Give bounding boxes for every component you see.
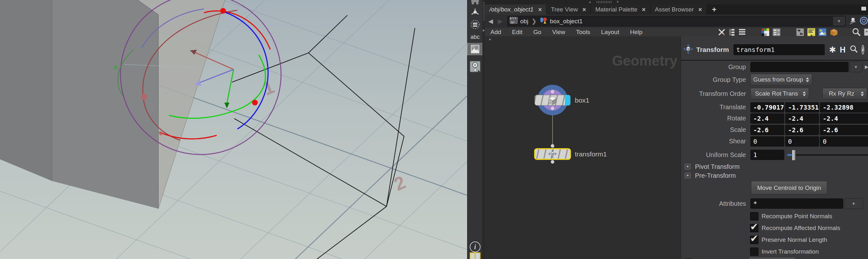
attributes-field[interactable]: * [750, 198, 843, 209]
param-search-icon[interactable] [849, 45, 858, 55]
tab-overflow-button[interactable] [861, 7, 866, 10]
gear-icon[interactable]: ✱ [829, 45, 836, 55]
uniform-scale-field[interactable]: 1 [750, 150, 784, 160]
snap-pin-icon[interactable] [467, 61, 483, 73]
menu-layout[interactable]: Layout [595, 29, 625, 36]
pivot-transform-row[interactable]: + Pivot Transform [681, 162, 868, 171]
expand-icon[interactable]: + [685, 173, 690, 179]
slider-handle[interactable] [792, 150, 796, 161]
dashed-circle-icon[interactable] [467, 20, 483, 29]
gallery-icon[interactable] [772, 28, 781, 36]
node-transform1[interactable]: transform1 [535, 144, 607, 164]
menu-help[interactable]: Help [625, 29, 648, 36]
menu-view[interactable]: View [547, 29, 571, 36]
path-node-name[interactable]: box_object1 [550, 18, 583, 25]
pane-splitter-strip[interactable]: ▲ ▼ [485, 0, 868, 4]
rotate-order-dropdown[interactable]: Rx Ry Rz [823, 88, 867, 99]
group-field[interactable] [750, 62, 848, 72]
shear-y-field[interactable]: 0 [785, 136, 819, 147]
network-scroll-arrow[interactable]: ▲ [488, 37, 492, 41]
info-icon[interactable]: i [862, 45, 865, 55]
search-icon[interactable] [852, 28, 861, 37]
expand-icon[interactable]: + [685, 164, 690, 169]
tree-hierarchy-icon[interactable] [728, 28, 736, 36]
partial-icon[interactable] [864, 28, 868, 36]
desktop-icon[interactable] [467, 253, 483, 259]
tools-icon[interactable] [718, 28, 725, 36]
pin-icon[interactable] [849, 17, 857, 26]
node-output-dot[interactable] [551, 160, 554, 164]
back-button[interactable]: ◄ [487, 18, 495, 25]
asset-box-icon[interactable] [830, 28, 838, 36]
network-boxes-icon[interactable] [796, 28, 804, 36]
scale-x-field[interactable]: -2.6 [750, 125, 784, 135]
scale-z-field[interactable]: -2.6 [820, 125, 868, 135]
close-icon[interactable]: × [538, 6, 542, 13]
menu-edit[interactable]: Edit [507, 29, 528, 36]
houdini-logo-icon[interactable]: H [840, 45, 846, 55]
render-view-icon[interactable] [467, 0, 483, 6]
rotate-y-field[interactable]: -2.4 [785, 114, 819, 124]
output-attributes-dropdown[interactable]: S [748, 257, 796, 259]
menu-go[interactable]: Go [528, 29, 547, 36]
pre-transform-row[interactable]: + Pre-Transform [681, 171, 868, 180]
path-context[interactable]: obj [520, 18, 528, 25]
path-dropdown-button[interactable]: ▼ [833, 17, 845, 26]
path-field[interactable]: obj ❯ box_object1 ▼ [507, 16, 846, 27]
manipulator-handle-top[interactable] [220, 8, 226, 14]
null-axis-icon[interactable] [467, 8, 483, 17]
transform-order-dropdown[interactable]: Scale Rot Trans [750, 88, 809, 99]
recompute-point-normals-checkbox[interactable]: ✔ [750, 212, 758, 221]
group-type-dropdown[interactable]: Guess from Group [750, 74, 812, 85]
rotate-z-field[interactable]: -2.4 [820, 114, 868, 124]
close-icon[interactable]: × [583, 6, 586, 13]
move-centroid-button[interactable]: Move Centroid to Origin [751, 182, 827, 194]
node-label[interactable]: box1 [575, 97, 589, 104]
close-icon[interactable]: × [642, 6, 646, 13]
pane-expand-arrow[interactable]: ▶ [483, 29, 485, 32]
node-input-dot[interactable] [551, 144, 554, 148]
add-image-icon[interactable] [818, 28, 827, 36]
attributes-dropdown-button[interactable]: ▼ [844, 198, 863, 209]
translate-x-field[interactable]: -0.790175 [750, 102, 784, 112]
pane-down-icon[interactable]: ▼ [616, 0, 619, 3]
forward-button[interactable]: ► [496, 18, 504, 25]
tab-obj-box-object1[interactable]: /obj/box_object1 × [485, 4, 547, 15]
menu-add[interactable]: Add [485, 29, 507, 36]
tab-tree-view[interactable]: Tree View × [547, 4, 591, 15]
node-label[interactable]: transform1 [575, 150, 607, 158]
new-tab-button[interactable]: + [707, 4, 721, 15]
list-view-icon[interactable] [738, 28, 746, 36]
group-select-arrow[interactable]: ▶ [865, 64, 868, 70]
sticky-note-icon[interactable] [807, 28, 815, 36]
info-icon[interactable]: i [467, 241, 483, 252]
rotate-x-field[interactable]: -2.4 [750, 114, 784, 124]
shear-x-field[interactable]: 0 [750, 136, 784, 147]
node-input-dot[interactable] [551, 90, 554, 94]
manipulator-handle-right[interactable] [252, 100, 258, 105]
abc-text-icon[interactable]: abc [467, 32, 483, 41]
invert-transformation-checkbox[interactable]: ✔ [750, 248, 758, 256]
image-plane-icon[interactable] [467, 43, 483, 55]
tab-material-palette[interactable]: Material Palette × [591, 4, 650, 15]
network-editor[interactable]: ▲ Geometry [485, 36, 681, 259]
scale-y-field[interactable]: -2.6 [785, 125, 819, 135]
translate-z-field[interactable]: -2.32898 [820, 102, 868, 112]
scene-viewport[interactable]: 1 2 [0, 0, 467, 259]
node-name-field[interactable]: transform1 [734, 44, 825, 55]
uniform-scale-slider[interactable] [787, 150, 868, 160]
close-icon[interactable]: × [698, 6, 702, 13]
manipulator-handle-back[interactable] [141, 94, 147, 100]
tab-asset-browser[interactable]: Asset Browser × [650, 4, 707, 15]
translate-y-field[interactable]: -1.73351 [785, 102, 819, 112]
node-output-dot[interactable] [551, 107, 554, 110]
shear-z-field[interactable]: 0 [820, 136, 868, 147]
recompute-affected-normals-checkbox[interactable]: ✔ [750, 224, 758, 232]
menu-tools[interactable]: Tools [571, 29, 595, 36]
group-dropdown-button[interactable]: ▼ [849, 62, 862, 72]
preserve-normal-length-checkbox[interactable]: ✔ [750, 236, 758, 244]
pane-up-icon[interactable]: ▲ [589, 0, 591, 3]
radial-menu-icon[interactable] [860, 17, 868, 26]
splitter-grip-icon[interactable] [596, 1, 613, 3]
color-palette-icon[interactable] [761, 28, 770, 36]
